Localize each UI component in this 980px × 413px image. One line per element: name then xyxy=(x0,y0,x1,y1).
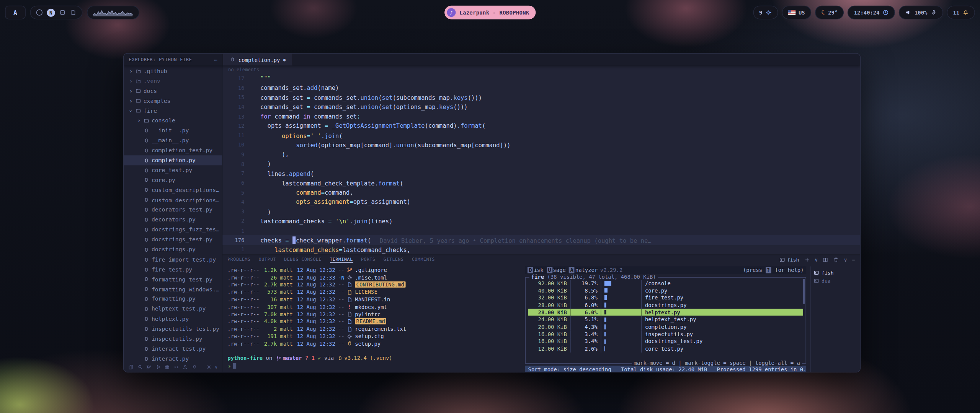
notifications-icon[interactable] xyxy=(191,364,197,370)
code-line[interactable]: 14 commands_set = commands_set.union(set… xyxy=(222,102,860,112)
tree-item[interactable]: helptext.py xyxy=(124,314,222,324)
kill-terminal-icon[interactable] xyxy=(833,257,839,262)
tree-item[interactable]: inspectutils.py xyxy=(124,334,222,344)
tree-item[interactable]: formatting_windows.py xyxy=(124,284,222,294)
now-playing-widget[interactable]: ♪ Lazerpunk - ROBOPHONK xyxy=(444,6,536,20)
tree-item[interactable]: fire_test.py xyxy=(124,264,222,274)
more-actions-icon[interactable]: ⋯ xyxy=(214,57,217,63)
tree-item[interactable]: › examples xyxy=(124,96,222,106)
tab-completion-py[interactable]: completion.py ● xyxy=(222,54,293,65)
code-line[interactable]: 6 lastcommand_check_template.format( xyxy=(222,178,860,188)
code-line[interactable]: 13 for command in commands_set: xyxy=(222,112,860,121)
dua-row[interactable]: 40.00 KiB 8.5% core.py xyxy=(528,287,803,294)
dua-row[interactable]: 92.00 KiB 19.7% /console xyxy=(528,280,803,287)
dua-row[interactable]: 28.00 KiB 6.0% docstrings.py xyxy=(528,301,803,309)
code-line[interactable]: 3 ) xyxy=(222,207,860,216)
audio-widget[interactable]: 100% xyxy=(899,6,943,20)
tree-item[interactable]: docstrings_test.py xyxy=(124,235,222,245)
more-actions-icon[interactable]: ⋯ xyxy=(852,257,855,262)
code-line[interactable]: 1 lastcommand_checks=lastcommand_checks, xyxy=(222,245,860,254)
panel-tab[interactable]: DEBUG CONSOLE xyxy=(284,257,322,262)
workspace-box-icon[interactable] xyxy=(59,9,65,15)
workspace-active[interactable]: N xyxy=(47,8,55,16)
dua-file-list[interactable]: fire (38 visible, 47 total, 468.00 KiB) … xyxy=(525,277,806,364)
notifications-widget[interactable]: 11 xyxy=(947,6,975,20)
code-editor[interactable]: 17 """ 16 commands_set.add(name) 15 comm… xyxy=(222,74,860,255)
tree-item[interactable]: › docs xyxy=(124,86,222,96)
explorer-icon[interactable] xyxy=(128,364,134,370)
code-line[interactable]: 10 sorted(options_map[command].union(sub… xyxy=(222,140,860,150)
tree-item[interactable]: interact.py xyxy=(124,354,222,363)
panel-tab[interactable]: PROBLEMS xyxy=(227,257,250,262)
code-line[interactable]: 15 commands_set = commands_set.union(set… xyxy=(222,93,860,102)
terminal-fish[interactable]: .rw-r--r-- 1.2k matt 12 Aug 12:32 -- .gi… xyxy=(227,267,523,372)
dua-row[interactable]: 28.00 KiB 6.0% helptext.py xyxy=(528,309,803,316)
tree-item[interactable]: decorators_test.py xyxy=(124,205,222,215)
code-line[interactable]: 16 commands_set.add(name) xyxy=(222,83,860,93)
tree-item[interactable]: decorators.py xyxy=(124,215,222,225)
code-line[interactable]: 8 ) xyxy=(222,159,860,169)
hide-panel-icon[interactable]: ∨ xyxy=(844,257,847,262)
tree-item[interactable]: custom_descriptions_test.py xyxy=(124,185,222,195)
panel-tab[interactable]: COMMENTS xyxy=(412,257,435,262)
tree-item[interactable]: formatting.py xyxy=(124,294,222,304)
code-line[interactable]: 176 checks = check_wrapper.format(David … xyxy=(222,235,860,245)
scrollbar[interactable] xyxy=(803,279,805,304)
code-line[interactable]: 17 """ xyxy=(222,74,860,83)
modified-dot-icon[interactable]: ● xyxy=(283,57,286,62)
dua-row[interactable]: 16.00 KiB 3.4% inspectutils.py xyxy=(528,330,803,338)
extensions-icon[interactable] xyxy=(164,364,170,370)
remote-icon[interactable] xyxy=(173,364,179,370)
tree-item[interactable]: completion.py xyxy=(124,155,222,165)
split-terminal-icon[interactable] xyxy=(823,257,828,262)
panel-tab[interactable]: PORTS xyxy=(361,257,376,262)
terminal-session[interactable]: fish xyxy=(814,269,856,277)
tree-item[interactable]: › .venv xyxy=(124,76,222,86)
new-terminal-icon[interactable] xyxy=(804,257,810,262)
tree-item[interactable]: interact_test.py xyxy=(124,344,222,354)
code-line[interactable]: 12 opts_assignment = _GetOptsAssignmentT… xyxy=(222,121,860,131)
tree-item[interactable]: __init__.py xyxy=(124,125,222,135)
code-line[interactable]: 5 command=command, xyxy=(222,188,860,197)
tree-item[interactable]: custom_descriptions.py xyxy=(124,195,222,205)
tree-item[interactable]: core.py xyxy=(124,175,222,185)
chevron-down-icon[interactable]: ∨ xyxy=(215,365,217,370)
weather-widget[interactable]: ☾ 29° xyxy=(815,6,844,20)
clock-widget[interactable]: 12:40:24 xyxy=(848,6,895,20)
code-line[interactable]: 4 opts_assignment=opts_assignment) xyxy=(222,197,860,207)
tree-item[interactable]: __main__.py xyxy=(124,135,222,145)
prompt-input-line[interactable]: › xyxy=(227,362,523,369)
dua-row[interactable]: 24.00 KiB 5.1% helptext_test.py xyxy=(528,316,803,323)
tree-item[interactable]: docstrings.py xyxy=(124,245,222,255)
search-icon[interactable] xyxy=(137,364,142,370)
tree-item[interactable]: › .github xyxy=(124,66,222,76)
tree-item[interactable]: › console xyxy=(124,116,222,126)
dua-row[interactable]: 16.00 KiB 3.4% docstrings_test.py xyxy=(528,338,803,345)
workspace-ring-icon[interactable] xyxy=(36,9,42,15)
dua-row[interactable]: 20.00 KiB 4.3% completion.py xyxy=(528,323,803,330)
tree-item[interactable]: helptext_test.py xyxy=(124,304,222,314)
updates-widget[interactable]: 9 xyxy=(753,6,778,20)
tree-item[interactable]: formatting_test.py xyxy=(124,274,222,284)
panel-tab[interactable]: OUTPUT xyxy=(259,257,276,262)
keyboard-layout-widget[interactable]: US xyxy=(782,6,811,20)
panel-tab[interactable]: TERMINAL xyxy=(330,257,353,262)
profile-dropdown-icon[interactable]: ∨ xyxy=(815,257,818,262)
code-line[interactable]: 7 lines.append( xyxy=(222,169,860,178)
code-line[interactable]: 11 options=' '.join( xyxy=(222,131,860,140)
run-debug-icon[interactable] xyxy=(155,364,161,370)
workspace-file-icon[interactable] xyxy=(70,9,76,15)
terminal-profile[interactable]: fish xyxy=(779,257,799,262)
code-line[interactable]: 2 lastcommand_checks = '\n'.join(lines) xyxy=(222,216,860,226)
terminal-dua[interactable]: Disk Usage Analyzer v2.29.2 (press ? for… xyxy=(525,267,806,372)
launcher-button[interactable]: A xyxy=(5,6,26,20)
tree-item[interactable]: completion_test.py xyxy=(124,145,222,155)
dua-row[interactable]: 12.00 KiB 2.6% core_test.py xyxy=(528,345,803,352)
code-line[interactable]: 9 ), xyxy=(222,150,860,159)
settings-gear-icon[interactable] xyxy=(206,364,212,370)
account-icon[interactable] xyxy=(183,364,188,370)
tree-item[interactable]: core_test.py xyxy=(124,165,222,175)
code-line[interactable]: 1 xyxy=(222,226,860,236)
breadcrumb[interactable]: no elements xyxy=(222,65,860,73)
source-control-icon[interactable] xyxy=(146,364,152,370)
